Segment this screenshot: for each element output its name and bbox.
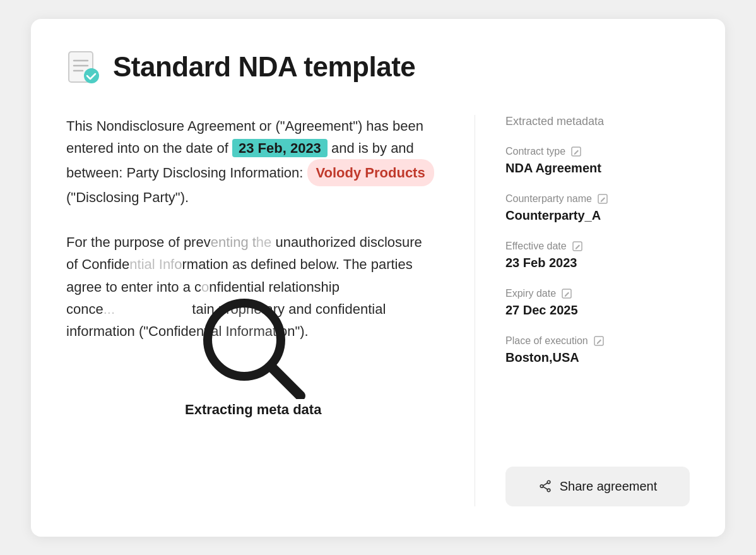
counterparty-edit-icon[interactable]	[597, 193, 608, 205]
company-highlight: Volody Products	[307, 159, 434, 186]
paragraph-1: This Nondisclosure Agreement or ("Agreem…	[66, 115, 437, 209]
extracting-overlay: Extracting meta data	[180, 292, 326, 421]
contract-type-value: NDA Agreement	[505, 161, 690, 176]
metadata-section-title: Extracted metadata	[505, 115, 690, 128]
effective-date-edit-icon[interactable]	[572, 241, 583, 252]
date-highlight: 23 Feb, 2023	[232, 139, 328, 157]
svg-point-13	[540, 485, 543, 488]
effective-date-label: Effective date	[505, 241, 567, 252]
metadata-item-contract-type: Contract type NDA Agreement	[505, 146, 690, 176]
place-label: Place of execution	[505, 335, 588, 347]
share-agreement-button[interactable]: Share agreement	[505, 467, 690, 506]
place-value: Boston,USA	[505, 350, 690, 365]
content-area: This Nondisclosure Agreement or ("Agreem…	[66, 115, 690, 506]
svg-line-15	[543, 483, 547, 486]
document-icon	[66, 49, 102, 85]
svg-point-4	[84, 68, 99, 83]
expiry-date-edit-icon[interactable]	[561, 288, 572, 299]
document-text: This Nondisclosure Agreement or ("Agreem…	[66, 115, 475, 506]
metadata-item-place: Place of execution Boston,USA	[505, 335, 690, 365]
place-edit-icon[interactable]	[593, 335, 605, 347]
effective-date-value: 23 Feb 2023	[505, 256, 690, 270]
main-card: Standard NDA template This Nondisclosure…	[31, 19, 725, 537]
metadata-item-effective-date: Effective date 23 Feb 2023	[505, 241, 690, 270]
counterparty-label: Counterparty name	[505, 193, 592, 205]
svg-line-6	[272, 367, 300, 396]
expiry-date-value: 27 Dec 2025	[505, 303, 690, 318]
metadata-item-expiry-date: Expiry date 27 Dec 2025	[505, 288, 690, 318]
contract-type-label: Contract type	[505, 146, 565, 157]
counterparty-value: Counterparty_A	[505, 208, 690, 223]
header: Standard NDA template	[66, 49, 690, 85]
share-button-label: Share agreement	[560, 479, 658, 494]
metadata-item-counterparty: Counterparty name Counterparty_A	[505, 193, 690, 223]
metadata-panel: Extracted metadata Contract type NDA Agr…	[475, 115, 690, 506]
share-icon	[538, 479, 552, 493]
contract-type-edit-icon[interactable]	[570, 146, 582, 157]
magnifier-icon	[196, 292, 310, 405]
extracting-label: Extracting meta data	[180, 399, 326, 421]
svg-line-16	[543, 487, 547, 489]
expiry-date-label: Expiry date	[505, 288, 556, 299]
page-title: Standard NDA template	[113, 51, 415, 83]
